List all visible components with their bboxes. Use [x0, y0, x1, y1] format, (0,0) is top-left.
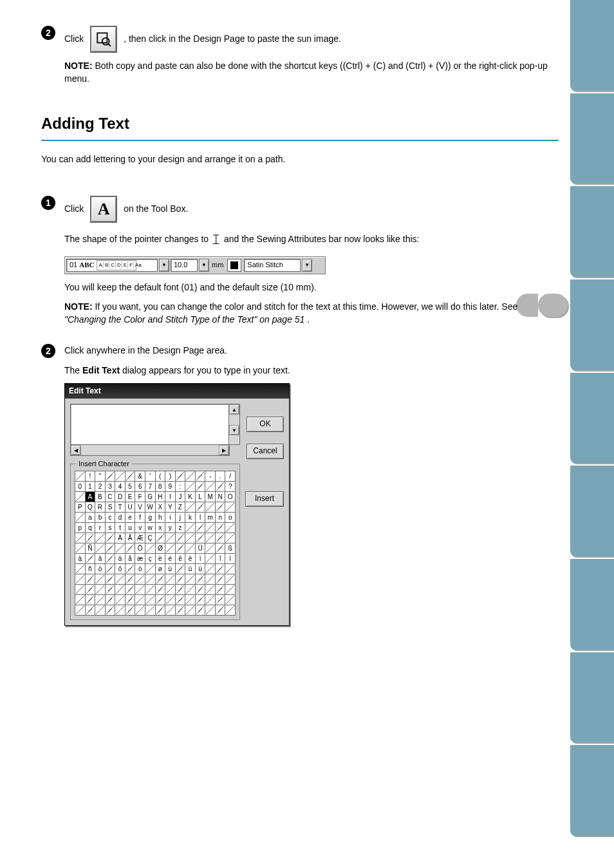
text-tool-icon[interactable]: A: [90, 196, 117, 223]
char-cell[interactable]: [195, 523, 205, 533]
char-cell[interactable]: å: [125, 554, 135, 564]
char-cell[interactable]: D: [115, 492, 126, 502]
char-cell[interactable]: Q: [85, 502, 95, 513]
char-cell[interactable]: [85, 554, 95, 564]
edit-text-input[interactable]: [70, 404, 229, 445]
char-cell[interactable]: 1: [85, 482, 95, 492]
char-cell[interactable]: [125, 574, 135, 585]
char-cell[interactable]: [175, 585, 185, 595]
char-cell[interactable]: p: [75, 523, 86, 533]
char-cell[interactable]: 7: [145, 482, 155, 492]
char-cell[interactable]: [195, 502, 205, 513]
char-cell[interactable]: &: [135, 471, 145, 482]
char-cell[interactable]: r: [95, 523, 106, 533]
char-cell[interactable]: B: [95, 492, 106, 502]
char-cell[interactable]: [225, 574, 236, 585]
char-cell[interactable]: [195, 482, 205, 492]
char-cell[interactable]: [205, 564, 216, 574]
char-cell[interactable]: [155, 533, 165, 543]
char-cell[interactable]: ': [145, 471, 155, 482]
char-cell[interactable]: [175, 471, 185, 482]
char-cell[interactable]: ß: [225, 543, 236, 554]
paste-search-icon[interactable]: [90, 26, 117, 53]
char-cell[interactable]: f: [135, 513, 145, 523]
char-cell[interactable]: ä: [115, 554, 126, 564]
side-tab-5[interactable]: [570, 373, 614, 464]
char-cell[interactable]: j: [175, 513, 185, 523]
char-cell[interactable]: [85, 533, 95, 543]
char-cell[interactable]: [105, 585, 115, 595]
char-cell[interactable]: !: [85, 471, 95, 482]
char-cell[interactable]: [155, 585, 165, 595]
char-cell[interactable]: [165, 574, 176, 585]
char-cell[interactable]: [85, 605, 95, 616]
char-cell[interactable]: [115, 595, 126, 605]
char-cell[interactable]: [205, 482, 216, 492]
char-cell[interactable]: [145, 543, 155, 554]
char-cell[interactable]: [185, 574, 196, 585]
char-cell[interactable]: [75, 564, 86, 574]
char-cell[interactable]: d: [115, 513, 126, 523]
insert-button[interactable]: Insert: [245, 491, 284, 507]
char-cell[interactable]: [115, 585, 126, 595]
char-cell[interactable]: ú: [185, 564, 196, 574]
char-cell[interactable]: A: [85, 492, 95, 502]
char-cell[interactable]: [145, 595, 155, 605]
char-cell[interactable]: [155, 595, 165, 605]
char-cell[interactable]: [165, 605, 176, 616]
char-cell[interactable]: F: [135, 492, 145, 502]
char-cell[interactable]: [105, 574, 115, 585]
char-cell[interactable]: [75, 471, 86, 482]
char-cell[interactable]: R: [95, 502, 106, 513]
char-cell[interactable]: ): [165, 471, 176, 482]
char-cell[interactable]: Ç: [145, 533, 155, 543]
char-cell[interactable]: [105, 554, 115, 564]
char-cell[interactable]: [165, 595, 176, 605]
char-cell[interactable]: [195, 605, 205, 616]
side-tab-1[interactable]: [570, 0, 614, 91]
char-cell[interactable]: [165, 543, 176, 554]
char-cell[interactable]: [225, 502, 236, 513]
char-cell[interactable]: [135, 605, 145, 616]
char-cell[interactable]: [75, 605, 86, 616]
scroll-right-icon[interactable]: ▶: [219, 445, 229, 455]
char-cell[interactable]: t: [115, 523, 126, 533]
char-cell[interactable]: [195, 585, 205, 595]
char-cell[interactable]: [135, 574, 145, 585]
char-cell[interactable]: [215, 595, 225, 605]
char-cell[interactable]: z: [175, 523, 185, 533]
char-cell[interactable]: [165, 585, 176, 595]
char-cell[interactable]: [125, 585, 135, 595]
char-cell[interactable]: P: [75, 502, 86, 513]
char-cell[interactable]: [185, 471, 196, 482]
char-cell[interactable]: T: [115, 502, 126, 513]
char-cell[interactable]: [205, 543, 216, 554]
horizontal-scrollbar[interactable]: ◀ ▶: [70, 445, 230, 456]
char-cell[interactable]: [165, 533, 176, 543]
char-cell[interactable]: Z: [175, 502, 185, 513]
char-cell[interactable]: (: [155, 471, 165, 482]
char-cell[interactable]: [175, 543, 185, 554]
char-cell[interactable]: i: [165, 513, 176, 523]
char-cell[interactable]: [225, 564, 236, 574]
char-cell[interactable]: Ö: [135, 543, 145, 554]
vertical-scrollbar[interactable]: ▲ ▼: [229, 404, 240, 445]
side-tab-7[interactable]: [570, 559, 614, 650]
char-cell[interactable]: E: [125, 492, 135, 502]
char-cell[interactable]: N: [215, 492, 225, 502]
char-cell[interactable]: [145, 564, 155, 574]
char-cell[interactable]: 4: [115, 482, 126, 492]
side-tab-2[interactable]: [570, 93, 614, 184]
char-cell[interactable]: [215, 585, 225, 595]
char-cell[interactable]: Ä: [115, 533, 126, 543]
char-cell[interactable]: [105, 533, 115, 543]
font-dropdown-icon[interactable]: ▼: [159, 259, 169, 272]
char-cell[interactable]: :: [175, 482, 185, 492]
char-cell[interactable]: [225, 595, 236, 605]
char-cell[interactable]: [185, 585, 196, 595]
char-cell[interactable]: 6: [135, 482, 145, 492]
char-cell[interactable]: [175, 595, 185, 605]
char-cell[interactable]: x: [155, 523, 165, 533]
char-cell[interactable]: ø: [155, 564, 165, 574]
char-cell[interactable]: ï: [225, 554, 236, 564]
